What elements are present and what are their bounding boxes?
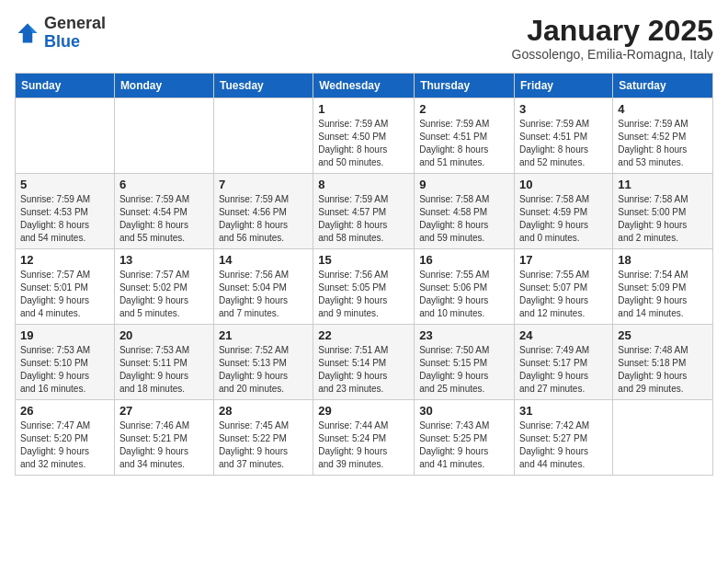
day-info: Sunrise: 7:46 AM Sunset: 5:21 PM Dayligh… xyxy=(119,419,209,471)
day-header-monday: Monday xyxy=(114,74,213,98)
day-number: 27 xyxy=(119,404,209,418)
week-row-3: 12Sunrise: 7:57 AM Sunset: 5:01 PM Dayli… xyxy=(16,249,713,325)
day-number: 10 xyxy=(519,178,608,191)
day-info: Sunrise: 7:44 AM Sunset: 5:24 PM Dayligh… xyxy=(318,419,409,471)
day-info: Sunrise: 7:53 AM Sunset: 5:11 PM Dayligh… xyxy=(119,344,209,396)
day-number: 6 xyxy=(119,178,209,191)
day-info: Sunrise: 7:58 AM Sunset: 4:58 PM Dayligh… xyxy=(419,193,509,245)
day-info: Sunrise: 7:57 AM Sunset: 5:02 PM Dayligh… xyxy=(119,269,209,320)
calendar-cell: 13Sunrise: 7:57 AM Sunset: 5:02 PM Dayli… xyxy=(114,249,213,325)
day-info: Sunrise: 7:56 AM Sunset: 5:05 PM Dayligh… xyxy=(318,269,409,320)
day-number: 4 xyxy=(618,102,708,116)
calendar-cell xyxy=(16,98,115,174)
calendar-cell: 15Sunrise: 7:56 AM Sunset: 5:05 PM Dayli… xyxy=(313,249,415,325)
day-info: Sunrise: 7:59 AM Sunset: 4:56 PM Dayligh… xyxy=(219,193,308,245)
day-info: Sunrise: 7:55 AM Sunset: 5:07 PM Dayligh… xyxy=(519,269,608,320)
calendar-cell: 17Sunrise: 7:55 AM Sunset: 5:07 PM Dayli… xyxy=(515,249,613,325)
day-info: Sunrise: 7:50 AM Sunset: 5:15 PM Dayligh… xyxy=(419,344,509,396)
calendar-cell: 26Sunrise: 7:47 AM Sunset: 5:20 PM Dayli… xyxy=(16,400,115,476)
day-info: Sunrise: 7:59 AM Sunset: 4:50 PM Dayligh… xyxy=(318,118,409,169)
day-number: 5 xyxy=(20,178,109,191)
day-number: 14 xyxy=(219,253,308,267)
calendar-cell: 10Sunrise: 7:58 AM Sunset: 4:59 PM Dayli… xyxy=(515,174,613,249)
day-info: Sunrise: 7:58 AM Sunset: 4:59 PM Dayligh… xyxy=(519,193,608,245)
header-row: SundayMondayTuesdayWednesdayThursdayFrid… xyxy=(16,74,713,98)
day-number: 23 xyxy=(419,328,509,342)
calendar-cell: 27Sunrise: 7:46 AM Sunset: 5:21 PM Dayli… xyxy=(114,400,213,476)
day-info: Sunrise: 7:48 AM Sunset: 5:18 PM Dayligh… xyxy=(618,344,708,396)
calendar-cell: 21Sunrise: 7:52 AM Sunset: 5:13 PM Dayli… xyxy=(213,325,313,400)
calendar-table: SundayMondayTuesdayWednesdayThursdayFrid… xyxy=(15,73,713,476)
day-header-saturday: Saturday xyxy=(613,74,713,98)
day-number: 12 xyxy=(20,253,109,267)
page-header: General Blue January 2025 Gossolengo, Em… xyxy=(15,15,713,62)
calendar-cell: 24Sunrise: 7:49 AM Sunset: 5:17 PM Dayli… xyxy=(515,325,613,400)
logo: General Blue xyxy=(15,15,106,52)
calendar-cell: 12Sunrise: 7:57 AM Sunset: 5:01 PM Dayli… xyxy=(16,249,115,325)
day-number: 8 xyxy=(318,178,409,191)
logo-text: General Blue xyxy=(44,15,106,52)
logo-icon xyxy=(15,20,40,46)
day-number: 11 xyxy=(618,178,708,191)
calendar-title: January 2025 xyxy=(512,15,713,47)
calendar-cell: 2Sunrise: 7:59 AM Sunset: 4:51 PM Daylig… xyxy=(415,98,515,174)
day-header-thursday: Thursday xyxy=(415,74,515,98)
week-row-1: 1Sunrise: 7:59 AM Sunset: 4:50 PM Daylig… xyxy=(16,98,713,174)
day-info: Sunrise: 7:59 AM Sunset: 4:53 PM Dayligh… xyxy=(20,193,109,245)
calendar-cell: 16Sunrise: 7:55 AM Sunset: 5:06 PM Dayli… xyxy=(415,249,515,325)
day-info: Sunrise: 7:49 AM Sunset: 5:17 PM Dayligh… xyxy=(519,344,608,396)
day-info: Sunrise: 7:43 AM Sunset: 5:25 PM Dayligh… xyxy=(419,419,509,471)
day-number: 31 xyxy=(519,404,608,418)
day-info: Sunrise: 7:57 AM Sunset: 5:01 PM Dayligh… xyxy=(20,269,109,320)
calendar-cell xyxy=(114,98,213,174)
day-number: 30 xyxy=(419,404,509,418)
day-number: 18 xyxy=(618,253,708,267)
day-number: 25 xyxy=(618,328,708,342)
day-info: Sunrise: 7:52 AM Sunset: 5:13 PM Dayligh… xyxy=(219,344,308,396)
day-info: Sunrise: 7:56 AM Sunset: 5:04 PM Dayligh… xyxy=(219,269,308,320)
day-info: Sunrise: 7:59 AM Sunset: 4:51 PM Dayligh… xyxy=(419,118,509,169)
calendar-cell: 25Sunrise: 7:48 AM Sunset: 5:18 PM Dayli… xyxy=(613,325,713,400)
calendar-cell: 23Sunrise: 7:50 AM Sunset: 5:15 PM Dayli… xyxy=(415,325,515,400)
calendar-cell: 7Sunrise: 7:59 AM Sunset: 4:56 PM Daylig… xyxy=(213,174,313,249)
calendar-cell: 8Sunrise: 7:59 AM Sunset: 4:57 PM Daylig… xyxy=(313,174,415,249)
day-info: Sunrise: 7:59 AM Sunset: 4:52 PM Dayligh… xyxy=(618,118,708,169)
day-number: 20 xyxy=(119,328,209,342)
calendar-cell: 5Sunrise: 7:59 AM Sunset: 4:53 PM Daylig… xyxy=(16,174,115,249)
logo-general-text: General xyxy=(44,14,106,32)
logo-blue-text: Blue xyxy=(44,32,80,51)
day-header-wednesday: Wednesday xyxy=(313,74,415,98)
day-number: 1 xyxy=(318,102,409,116)
calendar-cell: 30Sunrise: 7:43 AM Sunset: 5:25 PM Dayli… xyxy=(415,400,515,476)
day-number: 13 xyxy=(119,253,209,267)
title-block: January 2025 Gossolengo, Emilia-Romagna,… xyxy=(512,15,713,62)
day-number: 28 xyxy=(219,404,308,418)
day-number: 19 xyxy=(20,328,109,342)
day-info: Sunrise: 7:59 AM Sunset: 4:54 PM Dayligh… xyxy=(119,193,209,245)
calendar-cell: 31Sunrise: 7:42 AM Sunset: 5:27 PM Dayli… xyxy=(515,400,613,476)
day-number: 7 xyxy=(219,178,308,191)
calendar-subtitle: Gossolengo, Emilia-Romagna, Italy xyxy=(512,47,713,62)
day-info: Sunrise: 7:58 AM Sunset: 5:00 PM Dayligh… xyxy=(618,193,708,245)
week-row-2: 5Sunrise: 7:59 AM Sunset: 4:53 PM Daylig… xyxy=(16,174,713,249)
calendar-cell: 28Sunrise: 7:45 AM Sunset: 5:22 PM Dayli… xyxy=(213,400,313,476)
calendar-cell: 4Sunrise: 7:59 AM Sunset: 4:52 PM Daylig… xyxy=(613,98,713,174)
day-number: 15 xyxy=(318,253,409,267)
day-info: Sunrise: 7:42 AM Sunset: 5:27 PM Dayligh… xyxy=(519,419,608,471)
calendar-cell: 3Sunrise: 7:59 AM Sunset: 4:51 PM Daylig… xyxy=(515,98,613,174)
calendar-cell: 9Sunrise: 7:58 AM Sunset: 4:58 PM Daylig… xyxy=(415,174,515,249)
day-number: 29 xyxy=(318,404,409,418)
calendar-cell: 18Sunrise: 7:54 AM Sunset: 5:09 PM Dayli… xyxy=(613,249,713,325)
calendar-cell xyxy=(213,98,313,174)
day-header-friday: Friday xyxy=(515,74,613,98)
day-number: 2 xyxy=(419,102,509,116)
calendar-cell: 20Sunrise: 7:53 AM Sunset: 5:11 PM Dayli… xyxy=(114,325,213,400)
calendar-cell: 1Sunrise: 7:59 AM Sunset: 4:50 PM Daylig… xyxy=(313,98,415,174)
week-row-5: 26Sunrise: 7:47 AM Sunset: 5:20 PM Dayli… xyxy=(16,400,713,476)
day-header-tuesday: Tuesday xyxy=(213,74,313,98)
day-number: 21 xyxy=(219,328,308,342)
day-header-sunday: Sunday xyxy=(16,74,115,98)
day-info: Sunrise: 7:45 AM Sunset: 5:22 PM Dayligh… xyxy=(219,419,308,471)
day-info: Sunrise: 7:54 AM Sunset: 5:09 PM Dayligh… xyxy=(618,269,708,320)
day-number: 16 xyxy=(419,253,509,267)
